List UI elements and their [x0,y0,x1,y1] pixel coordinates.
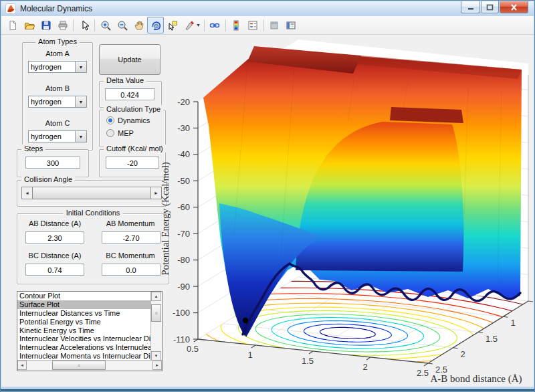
dropdown-arrow-icon[interactable]: ▼ [75,62,86,72]
list-item-selected[interactable]: Surface Plot [17,300,152,309]
list-item[interactable]: Internuclear Distances vs Time [17,309,152,318]
show-plot-tools-button[interactable] [283,17,300,33]
dropdown-arrow-icon[interactable]: ▼ [75,96,86,107]
figure-toolbar: ▼ [1,16,534,35]
ab-distance-field[interactable]: 2.30 [25,231,84,243]
insert-legend-button[interactable] [245,17,261,33]
svg-text:1.5: 1.5 [302,356,314,366]
horizontal-scrollbar[interactable]: ◄ ≡ ► [17,360,162,371]
slider-left-arrow[interactable]: ◄ [21,187,33,199]
svg-text:2: 2 [362,362,367,372]
svg-text:1: 1 [247,350,252,360]
insert-colorbar-button[interactable] [228,17,245,33]
svg-text:-30: -30 [177,123,190,133]
radio-unselected-icon[interactable] [106,129,114,137]
list-item[interactable]: Potential Energy vs Time [17,318,152,326]
minimize-button[interactable] [461,1,480,13]
matlab-app-icon [5,3,16,14]
hide-plot-tools-button[interactable] [266,17,283,33]
atom-a-value: hydrogen [29,62,75,72]
trajectory-current-point [243,318,248,323]
scrollbar-thumb[interactable]: ≡ [52,361,106,370]
save-figure-button[interactable] [37,17,54,33]
collision-angle-slider[interactable]: ◄ ► [21,187,162,199]
link-plot-button[interactable] [207,17,223,33]
brush-data-button[interactable] [181,17,197,33]
group-title: Delta Value [104,76,146,84]
app-window: Molecular Dynamics ▼ Atom Typ [0,0,535,392]
radio-selected-icon[interactable] [106,116,114,124]
rotate-3d-button[interactable] [147,17,164,33]
title-bar[interactable]: Molecular Dynamics [1,1,534,16]
steps-field[interactable]: 300 [25,157,80,169]
group-title: Collision Angle [21,175,75,183]
atom-a-dropdown[interactable]: hydrogen ▼ [28,61,87,73]
brush-dropdown-caret[interactable]: ▼ [196,23,201,27]
toolbar-separator [94,19,95,31]
atom-b-label: Atom B [23,84,92,92]
mep-radio-label: MEP [118,129,134,137]
window-title: Molecular Dynamics [20,4,92,13]
atom-a-label: Atom A [23,50,92,58]
surface-plot[interactable]: -20-30-40-50-60-70-80-90-100-1100.511.52… [154,35,534,387]
atom-c-dropdown[interactable]: hydrogen ▼ [28,130,87,142]
group-title: Initial Conditions [64,209,123,217]
close-button[interactable] [500,1,528,13]
edit-plot-button[interactable] [76,17,92,33]
list-item[interactable]: Internuclear Velocities vs Internuclear … [17,334,152,343]
toolbar-separator [73,19,74,31]
surface-plot-axes[interactable]: -20-30-40-50-60-70-80-90-100-1100.511.52… [154,35,534,387]
atom-b-value: hydrogen [29,96,75,107]
initial-conditions-group: Initial Conditions AB Distance (A) AB Mo… [17,213,169,284]
dynamics-radio[interactable]: Dynamics [106,116,150,124]
ab-distance-label: AB Distance (A) [17,219,92,227]
pan-button[interactable] [130,17,147,33]
group-title: Steps [21,144,45,153]
zoom-in-button[interactable] [97,17,114,33]
steps-group: Steps 300 [17,149,89,177]
toolbar-separator [263,19,264,31]
maximize-button[interactable] [481,1,499,13]
z-axis-label: Potential Energy (Kcal/mol) [160,162,171,276]
print-figure-button[interactable] [54,17,71,33]
ab-momentum-field[interactable]: -2.70 [102,231,160,243]
dynamics-radio-label: Dynamics [118,116,150,124]
svg-text:2: 2 [461,349,465,359]
update-button[interactable]: Update [99,44,160,75]
figure-canvas: Atom Types Atom A hydrogen ▼ Atom B hydr… [1,35,534,387]
group-title: Atom Types [35,37,80,45]
svg-text:-110: -110 [173,334,190,345]
list-item[interactable]: Contour Plot [17,292,152,300]
svg-text:-100: -100 [173,308,190,318]
collision-angle-group: Collision Angle ◄ ► [17,180,167,207]
toolbar-separator [225,19,226,31]
svg-text:-70: -70 [177,229,190,239]
open-file-button[interactable] [21,17,37,33]
bc-distance-field[interactable]: 0.74 [25,264,84,276]
list-item[interactable]: Internuclear Accelerations vs Internucle… [17,343,152,352]
delta-value-field[interactable]: 0.424 [105,88,154,100]
bc-distance-label: BC Distance (A) [17,252,92,260]
mep-radio[interactable]: MEP [106,129,134,137]
list-item[interactable]: Kinetic Energy vs Time [17,326,152,335]
atom-types-group: Atom Types Atom A hydrogen ▼ Atom B hydr… [22,42,93,151]
bc-momentum-field[interactable]: 0.0 [102,264,160,276]
zoom-out-button[interactable] [114,17,130,33]
plot-type-listbox[interactable]: Contour Plot Surface Plot Internuclear D… [17,291,163,371]
cutoff-field[interactable]: -20 [106,157,159,169]
window-bottom-edge [1,391,534,391]
svg-text:1: 1 [511,318,516,328]
slider-track[interactable] [33,187,150,199]
x-axis-label: A-B bond distance (Å) [430,373,522,385]
svg-text:-80: -80 [177,255,190,265]
atom-c-value: hydrogen [29,131,75,142]
svg-text:-60: -60 [177,202,190,212]
dropdown-arrow-icon[interactable]: ▼ [75,131,86,142]
atom-b-dropdown[interactable]: hydrogen ▼ [28,96,87,108]
atom-c-label: Atom C [23,119,92,127]
new-figure-button[interactable] [4,17,21,33]
dome-plateau-cap [390,107,463,123]
svg-text:0.5: 0.5 [187,344,199,354]
scroll-left-icon[interactable]: ◄ [17,361,27,370]
data-cursor-button[interactable] [164,17,181,33]
